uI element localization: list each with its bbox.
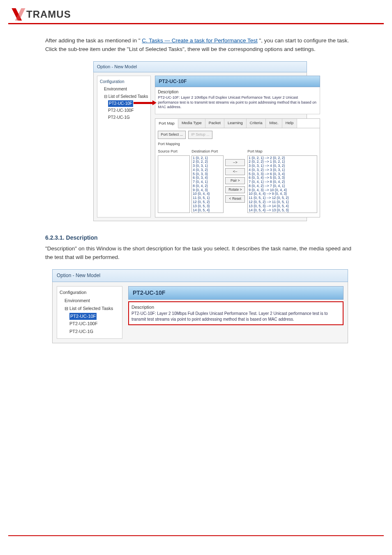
tree-root[interactable]: Configuration: [100, 79, 148, 85]
reset-button[interactable]: < Reset: [225, 195, 245, 202]
tree-item-pt2-uc-100f[interactable]: PT2-UC-100F: [108, 107, 148, 114]
description-box: Description PT2-UC-10F: Layer 2 10Mbps F…: [155, 87, 320, 114]
tab-packet[interactable]: Packet: [205, 119, 224, 128]
tree-list[interactable]: ⊟ List of Selected Tasks PT2-UC-10F PT2-…: [104, 93, 148, 122]
map-from-button[interactable]: <--: [225, 168, 245, 175]
intro-paragraph: After adding the task as mentioned in " …: [45, 37, 355, 54]
ip-setup-button[interactable]: IP Setup ...: [188, 131, 212, 139]
intro-crosslink[interactable]: C. Tasks — Create a task for Performance…: [142, 37, 258, 44]
description-label-2: Description: [131, 304, 340, 311]
tab-help[interactable]: Help: [282, 119, 297, 128]
tab-media-type[interactable]: Media Type: [178, 119, 205, 128]
tab-port-map[interactable]: Port Map: [155, 119, 178, 128]
destination-port-list[interactable]: 1 (0, 2, 1)2 (0, 2, 2)3 (0, 3, 1)4 (0, 3…: [191, 155, 224, 213]
tree-item-pt2-uc-10f[interactable]: PT2-UC-10F: [108, 100, 133, 107]
tab-misc[interactable]: Misc.: [266, 119, 282, 128]
model-banner-2: PT2-UC-10F: [128, 286, 344, 300]
description-label: Description: [158, 89, 317, 95]
brand-wordmark: TRAMUS: [26, 9, 71, 20]
port-map-list[interactable]: 1 (0, 2, 1) --> 2 (0, 2, 2)2 (0, 2, 2) -…: [247, 155, 317, 213]
footer-rule: [8, 535, 384, 536]
screenshot-option-new-model: Option - New Model Configuration Environ…: [93, 61, 307, 221]
intro-prefix: After adding the task as mentioned in ": [45, 37, 140, 44]
source-port-list[interactable]: [158, 155, 190, 213]
port-mapping-label: Port Mapping: [155, 141, 320, 147]
tree2-item-pt2-uc-1g[interactable]: PT2-UC-1G: [69, 328, 120, 335]
col-port-map: Port Map: [247, 149, 317, 155]
tree-environment[interactable]: Environment: [104, 86, 148, 93]
window-title-2: Option - New Model: [52, 269, 348, 282]
description-text: PT2-UC-10F: Layer 2 10Mbps Full Duplex U…: [158, 95, 317, 110]
section-title-description: 6.2.3.1. Description: [45, 234, 355, 243]
col-source-port: Source Port: [158, 149, 189, 155]
map-to-button[interactable]: -->: [225, 159, 245, 166]
tree-item-pt2-uc-1g[interactable]: PT2-UC-1G: [108, 114, 148, 121]
tree2-environment[interactable]: Environment: [65, 297, 120, 305]
screenshot-description-highlight: Option - New Model Configuration Environ…: [52, 269, 348, 343]
section-paragraph-description: "Description" on this Window is the shor…: [45, 245, 355, 262]
tree2-item-pt2-uc-100f[interactable]: PT2-UC-100F: [69, 320, 120, 328]
rotate-button[interactable]: Rotate >: [225, 186, 245, 193]
tree2-list[interactable]: ⊟ List of Selected Tasks PT2-UC-10F PT2-…: [65, 305, 120, 336]
tree2-list-label: List of Selected Tasks: [69, 306, 113, 311]
description-text-2: PT2-UC-10F: Layer 2 10Mbps Full Duplex U…: [131, 311, 340, 322]
config-tree: Configuration Environment ⊟ List of Sele…: [97, 76, 151, 217]
brand-header: TRAMUS: [0, 8, 392, 23]
port-select-button[interactable]: Port Select ...: [158, 131, 186, 139]
window-title: Option - New Model: [93, 61, 307, 72]
tabs-panel: Port Map Media Type Packet Learning Crit…: [155, 118, 320, 217]
config-tree-2: Configuration Environment ⊟ List of Sele…: [57, 286, 122, 339]
list-item[interactable]: 15 (0, 6, 1) --> 16 (0, 6, 2): [249, 212, 316, 213]
tab-learning[interactable]: Learning: [224, 119, 247, 128]
description-box-highlighted: Description PT2-UC-10F: Layer 2 10Mbps F…: [128, 301, 344, 325]
col-destination-port: Destination Port: [191, 149, 223, 155]
model-banner: PT2-UC-10F: [155, 76, 320, 88]
tree2-item-pt2-uc-10f[interactable]: PT2-UC-10F: [69, 313, 97, 320]
list-item[interactable]: 15 (0, 6, 1): [193, 212, 222, 213]
brand-x-icon: [12, 8, 25, 21]
tree-list-label: List of Selected Tasks: [108, 94, 148, 99]
pair-button[interactable]: Pair >: [225, 177, 245, 184]
tab-criteria[interactable]: Criteria: [247, 119, 266, 128]
tree2-root[interactable]: Configuration: [60, 289, 120, 296]
